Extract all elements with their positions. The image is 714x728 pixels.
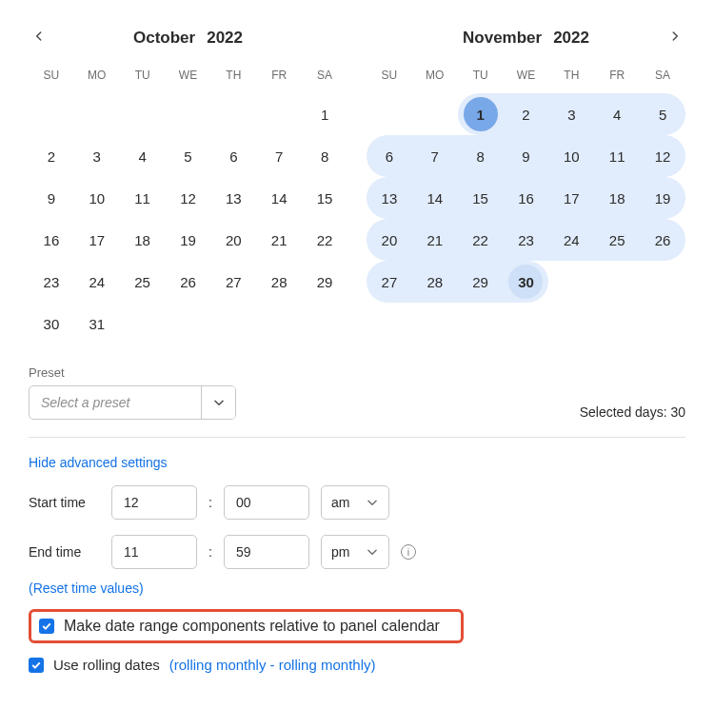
next-month-button[interactable] <box>664 25 685 51</box>
dow-header: SA <box>302 63 347 93</box>
month-left-label: October <box>133 29 195 48</box>
calendar-day[interactable]: 8 <box>458 135 504 177</box>
relative-checkbox-label: Make date range components relative to p… <box>64 618 440 635</box>
calendar-day[interactable]: 17 <box>548 177 594 219</box>
calendar-day[interactable]: 27 <box>210 261 256 303</box>
end-time-label: End time <box>29 544 100 560</box>
calendar-day[interactable]: 31 <box>74 303 120 344</box>
dow-header: FR <box>594 63 640 93</box>
preset-placeholder: Select a preset <box>30 386 201 419</box>
calendar-day[interactable]: 22 <box>458 219 504 261</box>
relative-checkbox[interactable] <box>39 619 54 634</box>
calendar-day[interactable]: 4 <box>120 135 166 177</box>
month-right: November 2022 SUMOTUWETHFRSA 12345678910… <box>367 29 685 344</box>
start-hour-input[interactable]: 12 <box>111 485 197 520</box>
dow-header: MO <box>74 63 120 93</box>
calendar-day[interactable]: 3 <box>548 93 594 135</box>
hide-advanced-link[interactable]: Hide advanced settings <box>29 455 685 470</box>
calendar-day[interactable]: 2 <box>29 135 74 177</box>
calendar-day[interactable]: 21 <box>256 219 302 261</box>
calendar-day[interactable]: 2 <box>504 93 549 135</box>
reset-time-link[interactable]: (Reset time values) <box>29 580 685 596</box>
calendar-day[interactable]: 29 <box>458 261 504 303</box>
calendar-day[interactable]: 25 <box>120 261 166 303</box>
calendar-day[interactable]: 28 <box>256 261 302 303</box>
month-right-label: November <box>463 29 542 48</box>
calendar-day[interactable]: 30 <box>29 303 74 344</box>
calendar-day[interactable]: 22 <box>302 219 347 261</box>
start-ampm-select[interactable]: am <box>321 485 389 520</box>
calendar-day[interactable]: 26 <box>166 261 211 303</box>
calendar-day[interactable]: 26 <box>640 219 685 261</box>
calendar-day[interactable]: 9 <box>504 135 549 177</box>
dow-header: FR <box>256 63 302 93</box>
calendar-day[interactable]: 19 <box>166 219 211 261</box>
calendar-day[interactable]: 28 <box>412 261 458 303</box>
calendar-day[interactable]: 14 <box>256 177 302 219</box>
calendar-day[interactable]: 16 <box>29 219 74 261</box>
calendar-day[interactable]: 9 <box>29 177 74 219</box>
calendar-day[interactable]: 23 <box>29 261 74 303</box>
calendar-day[interactable]: 18 <box>120 219 166 261</box>
start-minute-input[interactable]: 00 <box>224 485 309 520</box>
month-left-year: 2022 <box>207 29 243 48</box>
calendar-day[interactable]: 6 <box>210 135 256 177</box>
preset-label: Preset <box>29 365 236 380</box>
calendar-day[interactable]: 23 <box>504 219 549 261</box>
calendar-day[interactable]: 25 <box>594 219 640 261</box>
calendar-day[interactable]: 15 <box>302 177 347 219</box>
end-ampm-select[interactable]: pm <box>321 535 389 569</box>
dow-header: WE <box>166 63 211 93</box>
dow-header: TH <box>548 63 594 93</box>
relative-option-highlight: Make date range components relative to p… <box>29 609 464 643</box>
calendar-day[interactable]: 27 <box>367 261 412 303</box>
month-left: October 2022 SUMOTUWETHFRSA 123456789101… <box>29 29 347 344</box>
prev-month-button[interactable] <box>29 25 50 51</box>
rolling-checkbox[interactable] <box>29 658 44 673</box>
calendar-day[interactable]: 29 <box>302 261 347 303</box>
calendar-day[interactable]: 12 <box>640 135 685 177</box>
calendar-day[interactable]: 11 <box>594 135 640 177</box>
dow-header: SU <box>29 63 74 93</box>
calendar-day[interactable]: 14 <box>412 177 458 219</box>
info-icon[interactable]: i <box>401 544 416 560</box>
calendar-day[interactable]: 19 <box>640 177 685 219</box>
calendar-day[interactable]: 4 <box>594 93 640 135</box>
calendar-day[interactable]: 18 <box>594 177 640 219</box>
calendar-day[interactable]: 13 <box>210 177 256 219</box>
calendar-day[interactable]: 30 <box>504 261 549 303</box>
dow-header: TU <box>120 63 166 93</box>
calendar-day[interactable]: 6 <box>367 135 412 177</box>
calendar-day[interactable]: 20 <box>367 219 412 261</box>
dow-header: WE <box>504 63 549 93</box>
dow-header: SU <box>367 63 412 93</box>
calendar-day[interactable]: 24 <box>74 261 120 303</box>
divider <box>29 437 685 438</box>
end-hour-input[interactable]: 11 <box>111 535 197 569</box>
calendar-day[interactable]: 15 <box>458 177 504 219</box>
rolling-description[interactable]: (rolling monthly - rolling monthly) <box>169 657 376 673</box>
calendar-day[interactable]: 1 <box>302 93 347 135</box>
calendar-day[interactable]: 1 <box>458 93 504 135</box>
calendar-day[interactable]: 7 <box>412 135 458 177</box>
calendar-day[interactable]: 5 <box>640 93 685 135</box>
dow-header: TH <box>210 63 256 93</box>
calendar-day[interactable]: 11 <box>120 177 166 219</box>
calendar-day[interactable]: 17 <box>74 219 120 261</box>
preset-dropdown-toggle[interactable] <box>201 386 235 419</box>
dow-header: TU <box>458 63 504 93</box>
calendar-day[interactable]: 5 <box>166 135 211 177</box>
preset-dropdown[interactable]: Select a preset <box>29 385 236 420</box>
calendar-day[interactable]: 10 <box>74 177 120 219</box>
calendar-day[interactable]: 16 <box>504 177 549 219</box>
calendar-day[interactable]: 21 <box>412 219 458 261</box>
calendar-day[interactable]: 8 <box>302 135 347 177</box>
calendar-day[interactable]: 12 <box>166 177 211 219</box>
calendar-day[interactable]: 24 <box>548 219 594 261</box>
calendar-day[interactable]: 10 <box>548 135 594 177</box>
calendar-day[interactable]: 20 <box>210 219 256 261</box>
calendar-day[interactable]: 3 <box>74 135 120 177</box>
end-minute-input[interactable]: 59 <box>224 535 309 569</box>
calendar-day[interactable]: 13 <box>367 177 412 219</box>
calendar-day[interactable]: 7 <box>256 135 302 177</box>
